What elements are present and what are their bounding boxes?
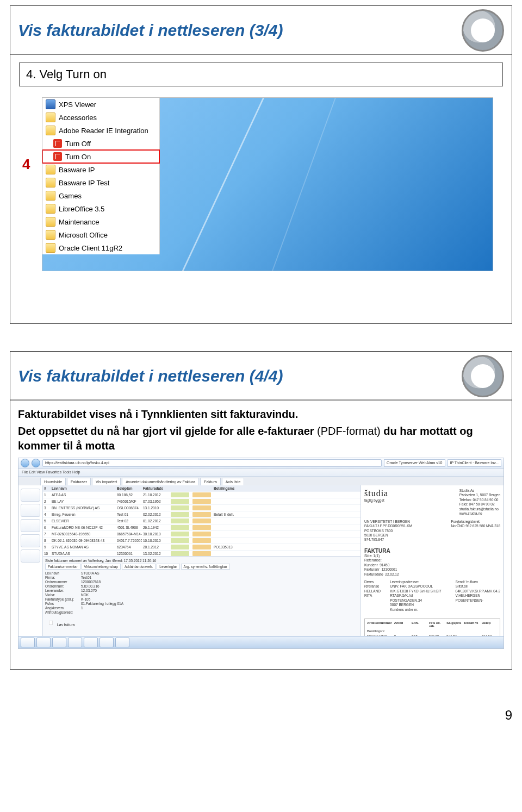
app-tab[interactable]: Avventet dokumenthåndtering av Faktura — [122, 478, 199, 486]
app-main: #Lev.navnBeløp&mFakturadatoBetalingsmeld… — [18, 485, 504, 648]
menu-item-basware-ip-test[interactable]: Basware IP Test — [42, 176, 159, 189]
menu-item-label: Basware IP — [59, 166, 95, 174]
toolbar-button[interactable] — [21, 519, 40, 532]
menu-item-label: Turn Off — [65, 140, 91, 148]
status-line: Siste fakturaer returnert av Volfertsey,… — [45, 559, 358, 563]
taskbar-item[interactable] — [100, 638, 114, 647]
field-value: NOK — [81, 593, 358, 597]
toolbar-button[interactable] — [21, 504, 40, 517]
pdf-icon — [53, 152, 62, 161]
forward-button[interactable] — [32, 459, 40, 467]
browser-tab-2[interactable]: IP ThinClient · Basware Inv... — [448, 459, 502, 467]
toolbar-button[interactable] — [21, 534, 40, 547]
toolbar-button[interactable] — [21, 489, 40, 502]
pdf-icon — [53, 139, 62, 148]
slide-2: Vis fakturabildet i nettleseren (4/4) Fa… — [10, 351, 512, 670]
detail-tab[interactable]: Addahlandsraveh. — [122, 564, 156, 570]
paragraph-2: Det oppsettet du nå har gjort vil gjelde… — [18, 424, 504, 453]
app-tab[interactable]: Faktura — [200, 478, 221, 486]
slide-header: Vis fakturabildet i nettleseren (3/4) — [10, 6, 512, 55]
menu-item-libreoffice-3-5[interactable]: LibreOffice 3.5 — [42, 202, 159, 215]
field-label: Vloba: — [45, 593, 78, 597]
detail-tab[interactable]: Fakturakommentar — [45, 564, 80, 570]
menu-item-label: Accessories — [59, 114, 97, 122]
screenshot-row: 4 XPS ViewerAccessoriesAdobe Reader IE I… — [18, 97, 504, 271]
address-bar[interactable]: https://testfaktura.uib.no/ip/fasku.4.ap… — [42, 459, 382, 467]
field-label: Attributd/güsveett — [45, 610, 78, 614]
folder-icon — [46, 165, 55, 174]
detail-tab[interactable]: Virksomhetsregnskap — [82, 564, 121, 570]
folder-icon — [46, 126, 55, 135]
menu-item-accessories[interactable]: Accessories — [42, 111, 159, 124]
delivery-address: Leveringsadresse:UNIV. FAK DAGSPOOOULK/K… — [390, 580, 450, 612]
invoice-preview: študia faglig bygget Studia AsParkveien … — [361, 485, 504, 648]
field-value: STUDIA AS — [81, 571, 358, 575]
app-tab[interactable]: Avis liste — [222, 478, 245, 486]
app-tab[interactable]: Fakturaer — [67, 478, 91, 486]
center-pane: #Lev.navnBeløp&mFakturadatoBetalingsmeld… — [43, 485, 361, 648]
taskbar-item[interactable] — [84, 638, 98, 647]
menu-item-label: Maintenance — [59, 218, 99, 226]
buyer-ref: Deres referanseHELLAND RITA — [364, 580, 384, 612]
invoice-grid[interactable]: #Lev.navnBeløp&mFakturadatoBetalingsmeld… — [43, 485, 361, 557]
menu-item-label: Turn On — [65, 153, 91, 161]
taskbar[interactable] — [18, 636, 504, 648]
menu-item-label: Games — [59, 192, 82, 200]
field-value: 5.ID.00.216 — [81, 584, 358, 588]
university-logo — [462, 9, 504, 52]
start-menu[interactable]: XPS ViewerAccessoriesAdobe Reader IE Int… — [42, 98, 160, 254]
folder-icon — [46, 243, 55, 253]
detail-tab[interactable]: Arg. synenerhv. forliktingkar — [181, 564, 230, 570]
browser-tab-1[interactable]: Oracle Tynnserver WebAlma v10 — [384, 459, 445, 467]
app-tab[interactable]: Vis importert — [92, 478, 121, 486]
menu-item-microsoft-office[interactable]: Microsoft Office — [42, 228, 159, 241]
field-value: K-105 — [81, 597, 358, 601]
slide-title: Vis fakturabildet i nettleseren (3/4) — [18, 21, 283, 40]
university-logo — [462, 355, 504, 397]
browser-menubar[interactable]: File Edit View Favorites Tools Help — [18, 469, 504, 477]
menu-item-basware-ip[interactable]: Basware IP — [42, 163, 159, 176]
slide-body: Fakturabildet vises nå i Tynnklienten si… — [10, 401, 512, 669]
invoice-brand: študia — [364, 489, 388, 498]
menu-item-oracle-client-11gr2[interactable]: Oracle Client 11gR2 — [42, 241, 159, 254]
toolbar-button[interactable] — [21, 549, 40, 563]
field-label: Fakturatype (20r.): — [45, 597, 78, 601]
brand-subtitle: faglig bygget — [364, 498, 388, 503]
detail-tabs: FakturakommentarVirksomhetsregnskapAddah… — [45, 564, 358, 570]
back-button[interactable] — [21, 459, 29, 467]
invoice-meta: Side: 1(1)Referanse:Kundenr 91450Faktura… — [364, 554, 500, 577]
field-label: Angkkevem — [45, 606, 78, 610]
slide-header: Vis fakturabildet i nettleseren (4/4) — [10, 352, 512, 401]
folder-icon — [46, 217, 55, 227]
menu-item-maintenance[interactable]: Maintenance — [42, 215, 159, 228]
menu-item-turn-off[interactable]: Turn Off — [42, 137, 159, 150]
slide-1: Vis fakturabildet i nettleseren (3/4) 4.… — [10, 5, 512, 324]
buyer-address: UNIVERSITETET I BERGENFAKULT.f.F.PF.DD0R… — [364, 520, 412, 542]
app-tab[interactable]: Hovedside — [40, 478, 66, 486]
menu-item-turn-on[interactable]: Turn On — [42, 150, 159, 163]
menu-item-label: Microsoft Office — [59, 231, 108, 239]
instruction-text: 4. Velg Turn on — [26, 67, 496, 82]
loose-invoice-checkbox[interactable] — [49, 621, 53, 625]
detail-tab[interactable]: Leveringlar — [157, 564, 179, 570]
field-value: 01.Fakturering i utlegg 01A — [81, 602, 358, 605]
invoice-title: FAKTURA — [364, 548, 500, 554]
taskbar-item[interactable] — [52, 638, 66, 647]
taskbar-item[interactable] — [36, 638, 51, 647]
xps-icon — [46, 99, 55, 109]
taskbar-item[interactable] — [68, 638, 82, 647]
browser-top: https://testfaktura.uib.no/ip/fasku.4.ap… — [18, 458, 504, 469]
folder-icon — [46, 204, 55, 214]
menu-item-xps-viewer[interactable]: XPS Viewer — [42, 98, 159, 111]
taskbar-item[interactable] — [115, 638, 129, 647]
folder-icon — [46, 113, 55, 122]
folder-icon — [46, 191, 55, 201]
taskbar-item[interactable] — [21, 638, 35, 647]
thinclient-screenshot: https://testfaktura.uib.no/ip/fasku.4.ap… — [18, 458, 504, 649]
menu-item-adobe-reader-ie-integration[interactable]: Adobe Reader IE Integration — [42, 124, 159, 137]
field-label: Fsfns — [45, 602, 78, 605]
registry-info: Foretaksregisteret:NorČNO 982 625 580 MV… — [451, 520, 500, 542]
field-label: Leverandør: — [45, 589, 78, 592]
instruction-box: 4. Velg Turn on — [19, 63, 503, 86]
menu-item-games[interactable]: Games — [42, 189, 159, 202]
